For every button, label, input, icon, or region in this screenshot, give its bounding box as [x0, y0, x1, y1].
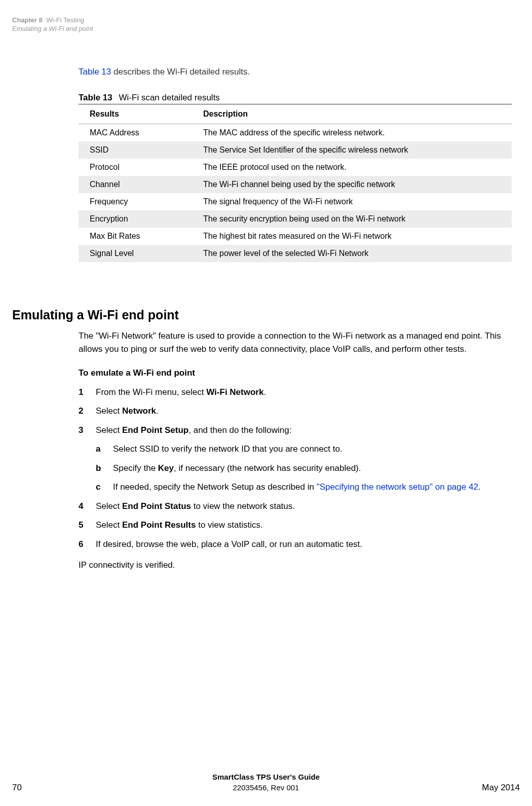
- step-4: 4 Select End Point Status to view the ne…: [79, 500, 512, 513]
- chapter-label: Chapter 8: [12, 16, 43, 24]
- text-part: If needed, specify the Network Setup as …: [113, 482, 317, 492]
- table-row: MAC Address The MAC address of the speci…: [79, 124, 512, 142]
- table-row: Signal Level The power level of the sele…: [79, 245, 512, 262]
- cell-result: Channel: [79, 176, 192, 193]
- cell-result: Signal Level: [79, 245, 192, 262]
- text-bold: End Point Setup: [122, 425, 188, 435]
- footer-page-number: 70: [12, 783, 22, 793]
- cell-description: The Wi-Fi channel being used by the spec…: [192, 176, 512, 193]
- text-part: Select: [96, 406, 122, 416]
- step-text: Select Network.: [96, 405, 512, 418]
- substep-a: a Select SSID to verify the network ID t…: [96, 443, 512, 456]
- text-part: .: [478, 482, 481, 492]
- cell-description: The highest bit rates measured on the Wi…: [192, 228, 512, 245]
- table-header-row: Results Description: [79, 104, 512, 124]
- section-paragraph: The "Wi-Fi Network" feature is used to p…: [79, 329, 512, 355]
- step-number: 1: [79, 386, 96, 399]
- text-part: Select: [96, 501, 122, 511]
- cell-result: Encryption: [79, 210, 192, 228]
- table-reference-link[interactable]: Table 13: [79, 67, 111, 77]
- table-row: Max Bit Rates The highest bit rates meas…: [79, 228, 512, 245]
- cell-description: The Service Set Identifier of the specif…: [192, 141, 512, 159]
- cross-reference-link[interactable]: "Specifying the network setup" on page 4…: [317, 482, 478, 492]
- table-title: Wi-Fi scan detailed results: [119, 93, 220, 102]
- step-3: 3 Select End Point Setup, and then do th…: [79, 424, 512, 437]
- page-footer: SmartClass TPS User's Guide 22035456, Re…: [12, 772, 520, 793]
- text-part: .: [263, 387, 266, 397]
- substep-letter: c: [96, 481, 113, 494]
- cell-result: Max Bit Rates: [79, 228, 192, 245]
- text-bold: End Point Status: [122, 501, 191, 511]
- step-5: 5 Select End Point Results to view stati…: [79, 519, 512, 532]
- table-row: Protocol The IEEE protocol used on the n…: [79, 159, 512, 176]
- table-caption: Table 13 Wi-Fi scan detailed results: [79, 93, 220, 103]
- text-bold: End Point Results: [122, 520, 196, 530]
- intro-sentence: Table 13 describes the Wi-Fi detailed re…: [79, 67, 250, 77]
- step-number: 4: [79, 500, 96, 513]
- procedure-subheading: To emulate a Wi-Fi end point: [79, 367, 512, 380]
- step-text: Select End Point Status to view the netw…: [96, 500, 512, 513]
- step-text: From the Wi-Fi menu, select Wi-Fi Networ…: [96, 386, 512, 399]
- text-part: Select: [96, 425, 122, 435]
- col-header-results: Results: [79, 104, 192, 124]
- step-number: 6: [79, 538, 96, 551]
- step-number: 2: [79, 405, 96, 418]
- text-part: , and then do the following:: [188, 425, 291, 435]
- footer-center: SmartClass TPS User's Guide 22035456, Re…: [12, 772, 520, 793]
- step-1: 1 From the Wi-Fi menu, select Wi-Fi Netw…: [79, 386, 512, 399]
- chapter-title-text: Wi-Fi Testing: [46, 16, 84, 24]
- table-number: Table 13: [79, 93, 112, 102]
- cell-description: The security encryption being used on th…: [192, 210, 512, 228]
- step-text: Select End Point Setup, and then do the …: [96, 424, 512, 437]
- step-text: If desired, browse the web, place a VoIP…: [96, 538, 512, 551]
- table-row: Frequency The signal frequency of the Wi…: [79, 193, 512, 210]
- substep-letter: a: [96, 443, 113, 456]
- cell-result: Protocol: [79, 159, 192, 176]
- step-number: 3: [79, 424, 96, 437]
- footer-guide-title: SmartClass TPS User's Guide: [212, 773, 320, 781]
- table-row: Channel The Wi-Fi channel being used by …: [79, 176, 512, 193]
- substep-text: Specify the Key, if necessary (the netwo…: [113, 462, 512, 475]
- substep-letter: b: [96, 462, 113, 475]
- footer-date: May 2014: [482, 783, 520, 793]
- substep-b: b Specify the Key, if necessary (the net…: [96, 462, 512, 475]
- step-text: Select End Point Results to view statist…: [96, 519, 512, 532]
- cell-description: The signal frequency of the Wi-Fi networ…: [192, 193, 512, 210]
- text-part: to view statistics.: [196, 520, 262, 530]
- text-part: to view the network status.: [191, 501, 295, 511]
- cell-description: The MAC address of the specific wireless…: [192, 124, 512, 142]
- text-bold: Key: [158, 463, 174, 473]
- text-part: From the Wi-Fi menu, select: [96, 387, 206, 397]
- step-6: 6 If desired, browse the web, place a Vo…: [79, 538, 512, 551]
- table-row: Encryption The security encryption being…: [79, 210, 512, 228]
- text-part: , if necessary (the network has security…: [174, 463, 361, 473]
- text-bold: Wi-Fi Network: [206, 387, 263, 397]
- results-table: Results Description MAC Address The MAC …: [79, 104, 512, 262]
- text-part: Select: [96, 520, 122, 530]
- closing-sentence: IP connectivity is verified.: [79, 559, 512, 572]
- cell-description: The IEEE protocol used on the network.: [192, 159, 512, 176]
- cell-result: Frequency: [79, 193, 192, 210]
- substep-text: If needed, specify the Network Setup as …: [113, 481, 512, 494]
- step-number: 5: [79, 519, 96, 532]
- text-part: .: [156, 406, 159, 416]
- step-2: 2 Select Network.: [79, 405, 512, 418]
- body-content: The "Wi-Fi Network" feature is used to p…: [79, 329, 512, 572]
- section-heading: Emulating a Wi-Fi end point: [12, 308, 179, 322]
- col-header-description: Description: [192, 104, 512, 124]
- header-subtitle: Emulating a Wi-Fi end point: [12, 25, 93, 32]
- page-header: Chapter 8 Wi-Fi Testing Emulating a Wi-F…: [12, 16, 93, 33]
- cell-result: SSID: [79, 141, 192, 159]
- cell-result: MAC Address: [79, 124, 192, 142]
- table-row: SSID The Service Set Identifier of the s…: [79, 141, 512, 159]
- footer-doc-number: 22035456, Rev 001: [233, 783, 299, 792]
- intro-rest: describes the Wi-Fi detailed results.: [111, 67, 250, 77]
- text-part: Specify the: [113, 463, 158, 473]
- text-bold: Network: [122, 406, 156, 416]
- chapter-title: Wi-Fi Testing: [45, 16, 85, 24]
- substep-c: c If needed, specify the Network Setup a…: [96, 481, 512, 494]
- substep-text: Select SSID to verify the network ID tha…: [113, 443, 512, 456]
- cell-description: The power level of the selected Wi-Fi Ne…: [192, 245, 512, 262]
